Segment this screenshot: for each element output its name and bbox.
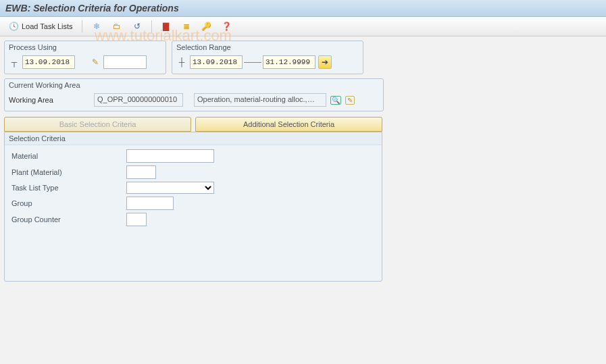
arrow-right-icon: ➔ xyxy=(320,57,330,68)
app-toolbar: 🕓 Load Task Lists ❄ 🗀 ↺ ▇ ≣ 🔑 ❓ xyxy=(0,17,606,36)
tool-icon-3[interactable]: ↺ xyxy=(128,19,147,34)
tab-basic-selection[interactable]: Basic Selection Criteria xyxy=(4,117,191,132)
working-area-id: Q_OPR_000000000010 xyxy=(94,93,183,107)
clock-execute-icon: 🕓 xyxy=(8,21,19,32)
range-line xyxy=(244,62,261,63)
selection-criteria-title: Selection Criteria xyxy=(5,132,382,145)
range-multiple-button[interactable]: ➔ xyxy=(318,55,332,69)
range-hierarchy-icon[interactable]: ┼ xyxy=(176,57,187,68)
tool-icon-7[interactable]: ❓ xyxy=(218,19,236,34)
group-label: Group xyxy=(11,199,126,207)
group-counter-label: Group Counter xyxy=(11,215,126,224)
caret-icon: ≣ xyxy=(181,21,192,32)
change-date-icon[interactable]: ✎ xyxy=(90,57,101,68)
group-counter-input[interactable] xyxy=(126,213,147,226)
snowflake-icon: ❄ xyxy=(91,21,102,32)
task-list-type-label: Task List Type xyxy=(11,184,126,192)
plant-input[interactable] xyxy=(126,165,156,179)
help-icon: ❓ xyxy=(222,21,232,32)
tab-additional-selection[interactable]: Additional Selection Criteria xyxy=(195,117,382,132)
range-to-input[interactable]: 31.12.9999 xyxy=(263,55,315,69)
tool-icon-2[interactable]: 🗀 xyxy=(107,19,126,34)
group-input[interactable] xyxy=(126,197,174,210)
selection-range-group: Selection Range ┼ 13.09.2018 31.12.9999 … xyxy=(172,41,363,74)
process-using-secondary-input[interactable] xyxy=(103,55,147,69)
plant-label: Plant (Material) xyxy=(11,168,126,176)
working-area-desc: Operation, material-routing alloc.,… xyxy=(194,93,326,107)
toolbar-separator xyxy=(151,20,152,32)
tool-icon-1[interactable]: ❄ xyxy=(87,19,106,34)
tool-icon-6[interactable]: 🔑 xyxy=(197,19,216,34)
process-using-title: Process Using xyxy=(5,41,166,51)
selection-range-title: Selection Range xyxy=(172,41,363,51)
load-task-lists-label: Load Task Lists xyxy=(22,22,73,30)
working-area-edit-button[interactable]: ✎ xyxy=(345,96,355,105)
load-task-lists-button[interactable]: 🕓 Load Task Lists xyxy=(4,19,77,34)
working-area-detail-button[interactable]: 🔍 xyxy=(330,96,341,105)
body-area: Process Using ┬ 13.09.2018 ✎ Selection R… xyxy=(0,36,606,286)
process-using-group: Process Using ┬ 13.09.2018 ✎ xyxy=(4,41,166,74)
page-title: EWB: Selection Criteria for Operations xyxy=(0,0,606,17)
selection-criteria-group: Selection Criteria Material Plant (Mater… xyxy=(4,132,382,282)
working-area-label: Working Area xyxy=(9,96,90,104)
delete-icon: ▇ xyxy=(161,21,172,32)
toolbar-separator xyxy=(82,20,82,32)
material-input[interactable] xyxy=(126,149,214,163)
key-icon: 🔑 xyxy=(201,21,212,32)
process-using-date-input[interactable]: 13.09.2018 xyxy=(22,55,75,69)
working-area-group: Current Working Area Working Area Q_OPR_… xyxy=(4,78,384,111)
working-area-title: Current Working Area xyxy=(5,79,383,89)
tool-icon-5[interactable]: ≣ xyxy=(177,19,196,34)
hierarchy-icon[interactable]: ┬ xyxy=(9,57,20,68)
tool-icon-4[interactable]: ▇ xyxy=(157,19,176,34)
range-from-input[interactable]: 13.09.2018 xyxy=(190,55,243,69)
task-list-type-select[interactable] xyxy=(126,182,214,194)
undo-icon: ↺ xyxy=(132,21,143,32)
material-label: Material xyxy=(11,152,126,160)
folder-icon: 🗀 xyxy=(111,21,122,32)
